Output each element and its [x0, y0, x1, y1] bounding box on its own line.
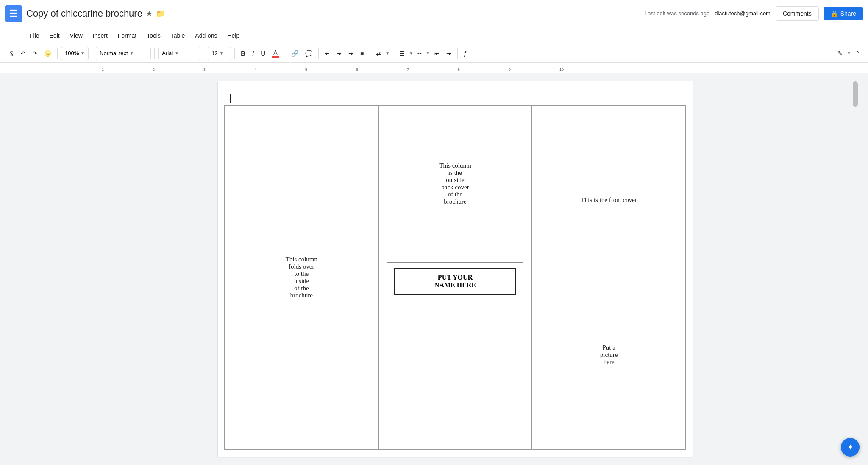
decrease-indent-button[interactable]: ⇤	[432, 47, 442, 60]
ruler-mark-8: 8	[458, 67, 460, 72]
font-color-indicator: A	[272, 49, 279, 58]
star-icon[interactable]: ★	[146, 9, 153, 18]
cell-3-title: This is the front cover	[581, 196, 637, 204]
toolbar-divider-7	[318, 48, 319, 59]
font-size-dropdown-arrow: ▼	[220, 51, 224, 56]
ruler-mark-1: 1	[102, 67, 104, 72]
top-bar: ☰ Copy of chiccarine brochure ★ 📁 Last e…	[0, 0, 868, 27]
zoom-dropdown-arrow: ▼	[81, 51, 85, 56]
italic-button[interactable]: I	[250, 47, 256, 60]
toolbar-divider-2	[92, 48, 92, 59]
zoom-select[interactable]: 100% ▼	[61, 47, 89, 60]
numbered-list-button[interactable]: ☰	[397, 47, 407, 60]
font-color-button[interactable]: A	[270, 47, 281, 60]
ruler-mark-10: 10	[559, 67, 564, 72]
font-select[interactable]: Arial ▼	[158, 47, 200, 60]
cell-2-description: This columnis theoutsideback coverof the…	[439, 162, 471, 205]
ruler-mark-5: 5	[305, 67, 307, 72]
toolbar-divider-8	[370, 48, 370, 59]
bullet-list-button[interactable]: ••	[415, 47, 424, 60]
align-right-button[interactable]: ⇥	[346, 47, 356, 60]
google-apps-button[interactable]: ☰	[5, 5, 22, 22]
menu-table[interactable]: Table	[167, 30, 189, 42]
font-size-value: 12	[211, 50, 217, 56]
ruler-mark-7: 7	[407, 67, 409, 72]
toolbar-divider-10	[457, 48, 458, 59]
numbered-list-dropdown[interactable]: ▼	[409, 51, 413, 56]
bold-button[interactable]: B	[238, 47, 248, 60]
folder-icon[interactable]: 📁	[156, 9, 165, 18]
align-left-button[interactable]: ⇤	[322, 47, 332, 60]
toolbar-divider-5	[234, 48, 235, 59]
menu-tools[interactable]: Tools	[142, 30, 165, 42]
toolbar-divider-6	[285, 48, 285, 59]
menu-insert[interactable]: Insert	[89, 30, 112, 42]
ai-icon: ✦	[847, 443, 854, 452]
doc-page[interactable]: This columnfolds overto theinsideof theb…	[218, 81, 693, 457]
font-dropdown-arrow: ▼	[175, 51, 179, 56]
menu-file[interactable]: File	[25, 30, 44, 42]
toolbar-divider-3	[154, 48, 155, 59]
menu-help[interactable]: Help	[223, 30, 244, 42]
increase-indent-button[interactable]: ⇥	[444, 47, 454, 60]
underline-button[interactable]: U	[258, 47, 268, 60]
comments-button[interactable]: Comments	[776, 6, 819, 21]
font-value: Arial	[162, 50, 173, 56]
menu-bar: File Edit View Insert Format Tools Table…	[0, 27, 868, 44]
menu-addons[interactable]: Add-ons	[191, 30, 221, 42]
cell-3-front-cover-text: This is the front cover	[581, 123, 637, 277]
zoom-value: 100%	[65, 50, 79, 56]
brochure-cell-3[interactable]: This is the front cover Put apicturehere	[532, 105, 686, 450]
justify-button[interactable]: ≡	[358, 47, 366, 60]
clear-formatting-button[interactable]: ƒ	[461, 47, 470, 60]
brochure-cell-1[interactable]: This columnfolds overto theinsideof theb…	[225, 105, 378, 450]
undo-button[interactable]: ↶	[18, 47, 28, 60]
share-label: Share	[840, 10, 856, 17]
collapse-toolbar-button[interactable]: ⌃	[853, 47, 863, 60]
cell-3-picture-text: Put apicturehere	[600, 277, 618, 432]
paragraph-dropdown-arrow: ▼	[130, 51, 134, 56]
lock-icon: 🔒	[831, 10, 838, 17]
doc-title: Copy of chiccarine brochure	[26, 8, 142, 19]
menu-edit[interactable]: Edit	[45, 30, 64, 42]
right-sidebar	[843, 73, 868, 465]
align-center-button[interactable]: ⇥	[334, 47, 344, 60]
pen-dropdown[interactable]: ▼	[847, 51, 851, 56]
brochure-cell-2[interactable]: This columnis theoutsideback coverof the…	[378, 105, 532, 450]
scroll-handle[interactable]	[853, 81, 858, 107]
ruler: 1 2 3 4 5 6 7 8 9 10	[0, 63, 868, 73]
print-button[interactable]: 🖨	[5, 47, 16, 60]
cell-3-picture-placeholder: Put apicturehere	[600, 344, 618, 366]
share-button[interactable]: 🔒 Share	[824, 7, 863, 20]
ruler-mark-9: 9	[509, 67, 511, 72]
title-area: Copy of chiccarine brochure ★ 📁	[26, 8, 645, 19]
menu-view[interactable]: View	[66, 30, 87, 42]
name-box[interactable]: PUT YOURNAME HERE	[394, 268, 517, 295]
line-spacing-dropdown[interactable]: ▼	[385, 51, 389, 56]
pen-tool-button[interactable]: ✎	[835, 47, 845, 60]
cell-2-top-content: This columnis theoutsideback coverof the…	[387, 114, 523, 262]
cell-1-text: This columnfolds overto theinsideof theb…	[286, 256, 317, 299]
bullet-list-dropdown[interactable]: ▼	[426, 51, 430, 56]
ai-assistant-button[interactable]: ✦	[841, 438, 860, 457]
redo-button[interactable]: ↷	[30, 47, 40, 60]
document-area: This columnfolds overto theinsideof theb…	[68, 73, 843, 465]
paint-format-button[interactable]: 🌝	[42, 47, 54, 60]
paragraph-style-select[interactable]: Normal text ▼	[96, 47, 151, 60]
ruler-mark-2: 2	[153, 67, 155, 72]
brochure-table: This columnfolds overto theinsideof theb…	[224, 105, 686, 450]
toolbar-divider-1	[57, 48, 58, 59]
font-size-select[interactable]: 12 ▼	[208, 47, 231, 60]
line-spacing-button[interactable]: ⇄	[373, 47, 384, 60]
main-content: This columnfolds overto theinsideof theb…	[0, 73, 868, 465]
ruler-mark-6: 6	[356, 67, 358, 72]
toolbar-divider-4	[204, 48, 204, 59]
ruler-mark-3: 3	[203, 67, 206, 72]
ruler-mark-4: 4	[254, 67, 256, 72]
menu-format[interactable]: Format	[114, 30, 141, 42]
comment-button[interactable]: 💬	[303, 47, 315, 60]
link-button[interactable]: 🔗	[289, 47, 301, 60]
paragraph-style-value: Normal text	[100, 50, 128, 56]
top-right-actions: Last edit was seconds ago dlastutech@gma…	[645, 6, 863, 21]
user-email[interactable]: dlastutech@gmail.com	[715, 10, 771, 17]
